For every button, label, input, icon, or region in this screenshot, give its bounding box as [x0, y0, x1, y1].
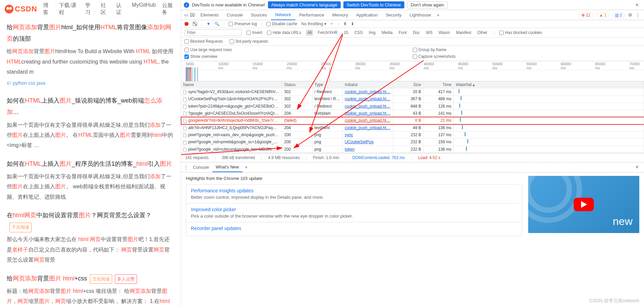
timeline-overview[interactable]: 5000 ms10000 ms15000 ms20000 ms25000 ms3…	[181, 61, 644, 81]
device-icon[interactable]: ⌧	[189, 12, 195, 17]
col-status[interactable]: Status	[282, 81, 312, 88]
table-row[interactable]: sync?tagid=V2_4530&src.visitorid=CAESENt…	[181, 88, 644, 95]
filter-type-doc[interactable]: Doc	[411, 30, 421, 36]
article[interactable]: 如何在HTML上插入图片_猿说前端的博客_web前端怎么添加…如果一个页面中仅有…	[7, 95, 174, 151]
cell-initiator[interactable]: cookie_push_onload.ht…	[343, 110, 393, 117]
table-row[interactable]: pixel?google_nid=xaxis_dev_dmp&google_pu…	[181, 131, 644, 139]
drawer-close-icon[interactable]: ×	[633, 164, 641, 170]
filter-type-css[interactable]: CSS	[353, 30, 364, 36]
kebab-icon[interactable]: ⋮	[636, 12, 640, 17]
article-title[interactable]: 给网页添加背景图片 html+css万次阅读多人点赞	[7, 273, 174, 284]
article-title[interactable]: 如何在HTML上插入图片_程序员的生活1的博客_html引入图片	[7, 158, 174, 169]
tab-elements[interactable]: Elements	[196, 10, 223, 20]
warning-count[interactable]: ▲ 1	[597, 12, 609, 18]
switch-chinese-button[interactable]: Switch DevTools to Chinese	[343, 1, 404, 8]
disable-cache-checkbox[interactable]: Disable cache	[266, 22, 297, 26]
cell-initiator[interactable]: cookie_push_onload.ht…	[343, 103, 393, 110]
cell-initiator[interactable]: sync	[343, 131, 393, 138]
show-overview-checkbox[interactable]: Show overview	[184, 54, 413, 59]
tab-close-icon[interactable]: ×	[244, 165, 249, 170]
invert-checkbox[interactable]: Invert	[246, 30, 262, 35]
tab-memory[interactable]: Memory	[328, 10, 352, 20]
cell-initiator[interactable]: UCookieSetPug	[343, 139, 393, 145]
inspect-icon[interactable]: ▭	[183, 12, 189, 17]
nav-item[interactable]: 社区	[101, 2, 110, 16]
table-row[interactable]: attr?d=AHNF13JtHCJ_lLQnp05Pv7ACNOJPaqW6……	[181, 124, 644, 131]
update-title[interactable]: Improved color picker	[191, 207, 517, 212]
update-title[interactable]: Recorder panel updates	[191, 226, 517, 231]
article[interactable]: 在html网页中如何设置背景图片？网页背景怎么设置？千次阅读那么今天小编来教大家…	[7, 209, 174, 265]
dont-show-button[interactable]: Don't show again	[407, 1, 448, 8]
nav-item[interactable]: 云服务	[162, 2, 176, 16]
nav-item[interactable]: 博客	[43, 2, 53, 16]
third-party-checkbox[interactable]: 3rd-party requests	[230, 39, 268, 44]
cell-initiator[interactable]: cookie_push_onload.ht…	[343, 88, 393, 95]
nav-item[interactable]: 认证	[116, 2, 126, 16]
filter-type-font[interactable]: Font	[397, 30, 408, 36]
col-name[interactable]: Name	[181, 81, 282, 88]
cell-initiator[interactable]: cookie_push_onload.ht…	[343, 117, 393, 124]
article-title[interactable]: 如何在HTML上插入图片_猿说前端的博客_web前端怎么添加…	[7, 95, 174, 118]
tab-application[interactable]: Application	[352, 10, 382, 20]
col-initiator[interactable]: Initiator	[343, 81, 393, 88]
record-button[interactable]	[184, 22, 189, 26]
close-icon[interactable]: ×	[633, 2, 641, 8]
filter-type-other[interactable]: Other	[476, 30, 489, 36]
wifi-icon[interactable]: ᯤ	[330, 22, 334, 26]
cell-initiator[interactable]: cookie_push_onload.ht…	[343, 95, 393, 102]
article-tags[interactable]: 🏷python css java	[7, 79, 174, 88]
table-row[interactable]: googleredir?rid=tknhntsqez&id=ndBK6L_fzw…	[181, 117, 644, 124]
filter-type-fetchxhr[interactable]: Fetch/XHR	[316, 30, 339, 36]
table-row[interactable]: UCookieSetPug?oid=1&rd=https%3A%2F%2Fc…3…	[181, 95, 644, 103]
table-row[interactable]: ?google_gid=CAESECDoL5sOci43soxHYcriAQI&…	[181, 110, 644, 117]
drawer-tab-what-s-new[interactable]: What's New	[212, 162, 242, 172]
preserve-log-checkbox[interactable]: Preserve log	[229, 22, 257, 26]
filter-input[interactable]	[184, 29, 242, 36]
tab-console[interactable]: Console	[223, 10, 247, 20]
download-icon[interactable]: ⬇	[351, 22, 354, 26]
update-title[interactable]: Performance Insights updates	[191, 188, 517, 193]
article[interactable]: 给网页添加背景图片 html+css万次阅读多人点赞标题：给网页添加背景图片 h…	[7, 273, 174, 306]
tab-performance[interactable]: Performance	[295, 10, 328, 20]
screenshots-checkbox[interactable]: Capture screenshots	[413, 54, 641, 59]
csdn-logo[interactable]: CSDN	[5, 5, 37, 13]
drawer-tab-console[interactable]: Console	[190, 162, 212, 172]
table-row[interactable]: pixel?google_nid=rubicon&google_hm=MDJIN…	[181, 146, 644, 153]
large-rows-checkbox[interactable]: Use large request rows	[184, 47, 413, 52]
nav-item[interactable]: 下载·课程	[59, 2, 79, 16]
group-frame-checkbox[interactable]: Group by frame	[413, 47, 641, 52]
promo-video[interactable]: new	[528, 176, 639, 233]
filter-type-all[interactable]: All	[306, 30, 313, 36]
tab-security[interactable]: Security	[382, 10, 406, 20]
tab-sources[interactable]: Sources	[247, 10, 271, 20]
clear-button[interactable]	[193, 22, 197, 26]
nav-item[interactable]: MyGitHub	[132, 2, 156, 16]
nav-item[interactable]: 学习	[85, 2, 95, 16]
filter-type-img[interactable]: Img	[367, 30, 377, 36]
table-row[interactable]: token?pid=2249&pt=n&google_gid=CAESEBdO……	[181, 103, 644, 110]
cell-initiator[interactable]: cookie_push_onload.ht…	[343, 124, 393, 131]
throttling-select[interactable]: No throttling ▾	[301, 22, 326, 26]
hide-data-urls-checkbox[interactable]: Hide data URLs	[267, 30, 301, 35]
message-count[interactable]: ▤ 2	[612, 12, 625, 18]
settings-icon[interactable]: ⚙	[628, 12, 632, 17]
col-waterfall[interactable]: Waterfall ▴	[454, 81, 644, 88]
filter-type-ws[interactable]: WS	[425, 30, 434, 36]
more-tabs-icon[interactable]: »	[435, 12, 441, 17]
tab-network[interactable]: Network	[271, 10, 295, 20]
article-title[interactable]: 给网页添加背景图片html_如何使用HTML将背景图像添加到网页的顶部	[7, 22, 174, 44]
cell-initiator[interactable]: token	[343, 146, 393, 153]
col-time[interactable]: Time	[423, 81, 454, 88]
filter-icon[interactable]: ▼	[206, 22, 210, 26]
error-count[interactable]: ⊗ 11	[579, 12, 593, 18]
article-title[interactable]: 在html网页中如何设置背景图片？网页背景怎么设置？千次阅读	[7, 209, 174, 232]
article[interactable]: 如何在HTML上插入图片_程序员的生活1的博客_html引入图片如果一个页面中仅…	[7, 158, 174, 202]
search-icon[interactable]: 🔍	[214, 22, 219, 26]
filter-type-js[interactable]: JS	[342, 30, 350, 36]
col-type[interactable]: Type	[312, 81, 343, 88]
filter-type-media[interactable]: Media	[380, 30, 394, 36]
drawer-kebab-icon[interactable]: ⋮	[184, 165, 188, 170]
filter-type-manifest[interactable]: Manifest	[454, 30, 472, 36]
blocked-requests-checkbox[interactable]: Blocked Requests	[184, 39, 223, 44]
upload-icon[interactable]: ⬆	[343, 22, 347, 26]
